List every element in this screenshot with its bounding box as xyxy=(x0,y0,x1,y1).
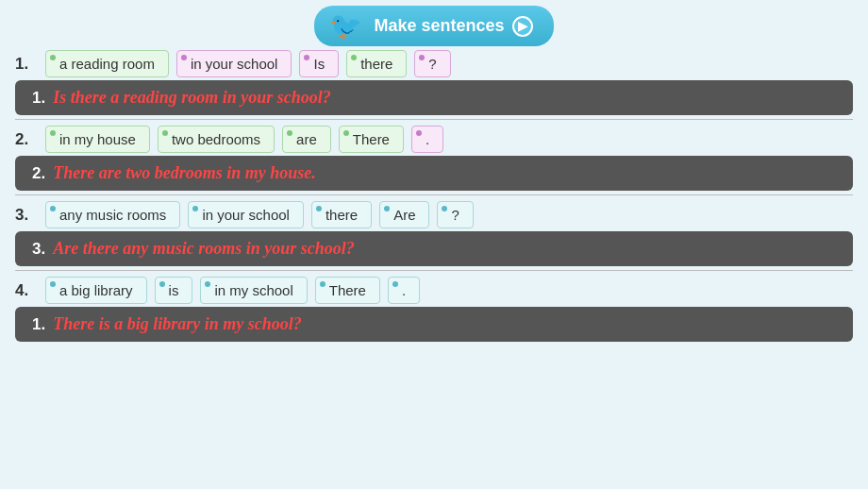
chip-4-4[interactable]: There xyxy=(315,277,380,304)
chip-3-3[interactable]: there xyxy=(311,201,372,228)
header-label: Make sentences xyxy=(374,16,504,36)
chip-2-3[interactable]: are xyxy=(282,126,331,153)
exercise-row-3: 3.any music roomsin your schoolthereAre?… xyxy=(15,201,853,271)
chip-1-4[interactable]: there xyxy=(346,50,407,77)
chips-row-2: 2.in my housetwo bedroomsareThere. xyxy=(15,126,853,153)
chip-1-5[interactable]: ? xyxy=(414,50,450,77)
answer-text-3: Are there any music rooms in your school… xyxy=(53,239,355,259)
row-number-1: 1. xyxy=(15,55,38,74)
row-number-2: 2. xyxy=(15,130,38,149)
chip-2-4[interactable]: There xyxy=(339,126,404,153)
chip-4-3[interactable]: in my school xyxy=(200,277,307,304)
answer-text-4: There is a big library in my school? xyxy=(53,314,302,334)
answer-bar-3: 3.Are there any music rooms in your scho… xyxy=(15,231,853,266)
chips-row-3: 3.any music roomsin your schoolthereAre? xyxy=(15,201,853,228)
answer-number-1: 1. xyxy=(32,89,45,108)
header: 🐦 Make sentences ▶ xyxy=(0,0,868,50)
chip-3-1[interactable]: any music rooms xyxy=(45,201,180,228)
row-number-4: 4. xyxy=(15,281,38,300)
exercise-row-1: 1.a reading roomin your schoolIsthere?1.… xyxy=(15,50,853,120)
chip-3-5[interactable]: ? xyxy=(437,201,473,228)
header-arrow-icon[interactable]: ▶ xyxy=(512,16,533,37)
exercise-row-2: 2.in my housetwo bedroomsareThere.2.Ther… xyxy=(15,126,853,195)
mascot-icon: 🐦 xyxy=(329,10,362,42)
chip-2-2[interactable]: two bedrooms xyxy=(158,126,275,153)
chip-4-2[interactable]: is xyxy=(155,277,193,304)
chip-2-5[interactable]: . xyxy=(411,126,443,153)
answer-text-2: There are two bedrooms in my house. xyxy=(53,163,316,183)
answer-number-2: 2. xyxy=(32,164,45,183)
answer-bar-2: 2.There are two bedrooms in my house. xyxy=(15,156,853,191)
chip-3-4[interactable]: Are xyxy=(379,201,429,228)
chip-1-1[interactable]: a reading room xyxy=(45,50,169,77)
exercise-row-4: 4.a big libraryisin my schoolThere.1.The… xyxy=(15,277,853,342)
chip-1-3[interactable]: Is xyxy=(299,50,339,77)
answer-bar-4: 1.There is a big library in my school? xyxy=(15,307,853,342)
answer-text-1: Is there a reading room in your school? xyxy=(53,88,331,108)
chip-3-2[interactable]: in your school xyxy=(188,201,304,228)
chip-4-1[interactable]: a big library xyxy=(45,277,147,304)
row-number-3: 3. xyxy=(15,206,38,225)
answer-bar-1: 1.Is there a reading room in your school… xyxy=(15,80,853,115)
answer-number-4: 1. xyxy=(32,315,45,334)
chips-row-1: 1.a reading roomin your schoolIsthere? xyxy=(15,50,853,77)
answer-number-3: 3. xyxy=(32,240,45,259)
header-title-bar: 🐦 Make sentences ▶ xyxy=(314,6,553,46)
chip-2-1[interactable]: in my house xyxy=(45,126,150,153)
chips-row-4: 4.a big libraryisin my schoolThere. xyxy=(15,277,853,304)
chip-4-5[interactable]: . xyxy=(388,277,420,304)
content-area: 1.a reading roomin your schoolIsthere?1.… xyxy=(0,50,868,342)
chip-1-2[interactable]: in your school xyxy=(176,50,292,77)
